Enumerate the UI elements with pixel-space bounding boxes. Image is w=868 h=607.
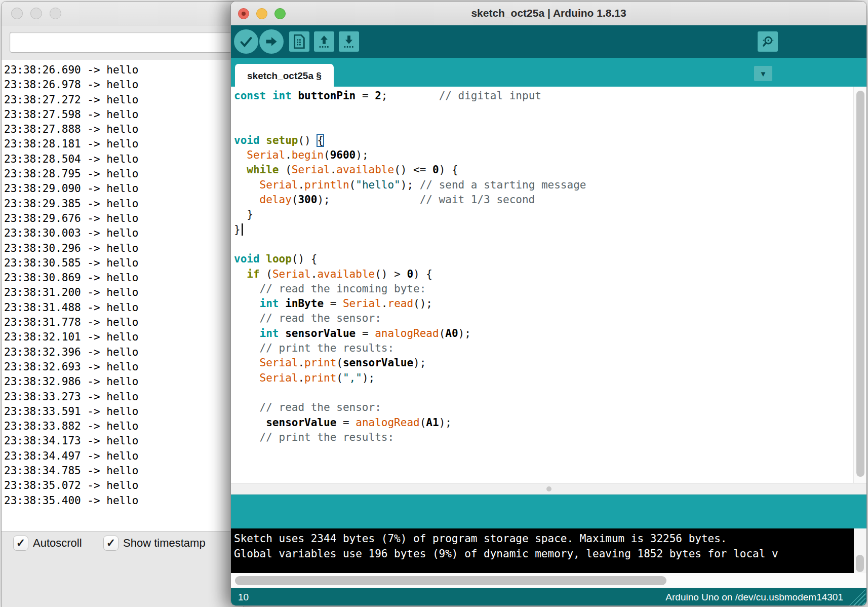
code-line: [234, 119, 852, 133]
arrow-up-tray-icon: [318, 34, 331, 49]
autoscroll-label[interactable]: Autoscroll: [33, 537, 82, 550]
console-hscrollbar-thumb[interactable]: [235, 576, 666, 585]
serial-log-line: 23:38:33.882 -> hello: [4, 419, 230, 434]
minimize-button[interactable]: [256, 8, 267, 19]
serial-log-line: 23:38:32.986 -> hello: [4, 374, 230, 389]
text-cursor: [242, 223, 243, 236]
console-vscrollbar-thumb[interactable]: [856, 555, 864, 572]
code-line: [234, 386, 852, 400]
serial-log-line: 23:38:30.585 -> hello: [4, 256, 230, 271]
cursor-line-number: 10: [238, 588, 249, 606]
upload-button[interactable]: [259, 29, 284, 54]
chevron-down-icon: ▼: [760, 69, 767, 78]
code-editor[interactable]: const int buttonPin = 2; // digital inpu…: [231, 87, 866, 483]
code-line: // print the results:: [234, 430, 852, 445]
arrow-down-tray-icon: [342, 34, 356, 49]
serial-log-line: 23:38:32.396 -> hello: [4, 345, 230, 360]
console-vscrollbar[interactable]: [854, 528, 866, 573]
serial-log-line: 23:38:32.693 -> hello: [4, 360, 230, 374]
serial-log-line: 23:38:31.778 -> hello: [4, 315, 230, 330]
serial-log-line: 23:38:27.272 -> hello: [4, 93, 230, 107]
close-button[interactable]: [238, 8, 249, 19]
ide-statusbar: 10 Arduino Uno on /dev/cu.usbmodem14301: [231, 588, 866, 606]
code-line: // read the sensor:: [234, 400, 852, 415]
serial-log-line: 23:38:32.101 -> hello: [4, 330, 230, 345]
code-line: // read the incoming byte:: [234, 282, 852, 296]
code-line: Serial.println("hello"); // send a start…: [234, 178, 852, 193]
monitor-options-row: ✓ Autoscroll ✓ Show timestamp: [2, 536, 244, 553]
minimize-button-inactive[interactable]: [30, 8, 42, 19]
code-line: int inByte = Serial.read();: [234, 296, 852, 311]
serial-log-line: 23:38:31.488 -> hello: [4, 300, 230, 315]
splitter-handle-dot: [546, 486, 551, 491]
magnifier-icon: [761, 34, 775, 49]
save-sketch-button[interactable]: [339, 31, 359, 52]
serial-monitor-window: 23:38:26.690 -> hello23:38:26.978 -> hel…: [1, 1, 244, 607]
serial-log-line: 23:38:34.497 -> hello: [4, 449, 230, 464]
autoscroll-checkbox[interactable]: ✓: [13, 536, 28, 551]
ide-tabbar: sketch_oct25a § ▼: [231, 58, 866, 87]
arrow-right-icon: [264, 34, 279, 49]
console-hscrollbar[interactable]: [231, 573, 866, 588]
zoom-button-inactive[interactable]: [50, 8, 61, 19]
serial-send-input[interactable]: [10, 32, 248, 53]
serial-log-line: 23:38:34.785 -> hello: [4, 464, 230, 478]
serial-log-line: 23:38:35.072 -> hello: [4, 478, 230, 493]
tab-menu-button[interactable]: ▼: [754, 66, 772, 81]
compile-status-band: [231, 495, 866, 528]
code-line: while (Serial.available() <= 0) {: [234, 163, 852, 177]
code-line: if (Serial.available() > 0) {: [234, 267, 852, 282]
editor-vscrollbar-thumb[interactable]: [856, 91, 864, 477]
serial-log-line: 23:38:29.090 -> hello: [4, 181, 230, 196]
code-line: void loop() {: [234, 252, 852, 267]
show-timestamp-label[interactable]: Show timestamp: [123, 537, 206, 550]
serial-log-line: 23:38:28.795 -> hello: [4, 167, 230, 181]
serial-log-line: 23:38:26.690 -> hello: [4, 63, 230, 78]
console-line: Global variables use 196 bytes (9%) of d…: [234, 546, 854, 561]
show-timestamp-checkbox[interactable]: ✓: [103, 536, 119, 551]
monitor-send-row: [2, 25, 244, 60]
window-title: sketch_oct25a | Arduino 1.8.13: [231, 2, 866, 25]
code-line: }: [234, 222, 852, 237]
serial-log-line: 23:38:28.504 -> hello: [4, 152, 230, 167]
code-line: delay(300); // wait 1/3 second: [234, 193, 852, 207]
arduino-ide-window: sketch_oct25a | Arduino 1.8.13: [230, 1, 867, 606]
board-port-info: Arduino Uno on /dev/cu.usbmodem14301: [665, 588, 843, 606]
window-resize-grip[interactable]: [849, 589, 865, 605]
document-edited-dot: [242, 12, 246, 16]
close-button-inactive[interactable]: [11, 8, 23, 19]
code-line: [234, 103, 852, 118]
monitor-titlebar[interactable]: [2, 2, 244, 25]
serial-log-line: 23:38:29.385 -> hello: [4, 197, 230, 211]
serial-log-line: 23:38:26.978 -> hello: [4, 78, 230, 92]
code-line: int sensorValue = analogRead(A0);: [234, 326, 852, 341]
serial-log-line: 23:38:28.181 -> hello: [4, 137, 230, 151]
ide-titlebar[interactable]: sketch_oct25a | Arduino 1.8.13: [231, 2, 866, 25]
checkmark-icon: ✓: [106, 537, 115, 549]
code-area: const int buttonPin = 2; // digital inpu…: [234, 89, 852, 445]
code-line: void setup() {: [234, 133, 852, 148]
serial-log-line: 23:38:33.591 -> hello: [4, 404, 230, 419]
editor-console-splitter[interactable]: [231, 483, 866, 495]
serial-monitor-button[interactable]: [758, 31, 778, 52]
new-sketch-button[interactable]: [289, 31, 309, 52]
monitor-bottom-bar: ✓ Autoscroll ✓ Show timestamp: [2, 531, 244, 607]
console-line: Sketch uses 2344 bytes (7%) of program s…: [234, 531, 854, 546]
serial-log-line: 23:38:27.598 -> hello: [4, 107, 230, 122]
verify-button[interactable]: [234, 29, 258, 54]
code-line: sensorValue = analogRead(A1);: [234, 415, 852, 430]
tab-sketch[interactable]: sketch_oct25a §: [235, 64, 334, 87]
serial-log-line: 23:38:31.200 -> hello: [4, 285, 230, 300]
serial-log-line: 23:38:30.003 -> hello: [4, 226, 230, 241]
zoom-button[interactable]: [274, 8, 286, 19]
editor-vscrollbar[interactable]: [853, 87, 866, 483]
open-sketch-button[interactable]: [314, 31, 334, 52]
code-line: }: [234, 207, 852, 222]
checkmark-icon: ✓: [16, 537, 25, 549]
serial-output-area[interactable]: 23:38:26.690 -> hello23:38:26.978 -> hel…: [2, 60, 230, 531]
code-line: Serial.print(sensorValue);: [234, 356, 852, 370]
code-line: Serial.print(",");: [234, 371, 852, 386]
console-output[interactable]: Sketch uses 2344 bytes (7%) of program s…: [231, 528, 854, 573]
code-line: Serial.begin(9600);: [234, 148, 852, 163]
new-document-icon: [293, 34, 306, 49]
